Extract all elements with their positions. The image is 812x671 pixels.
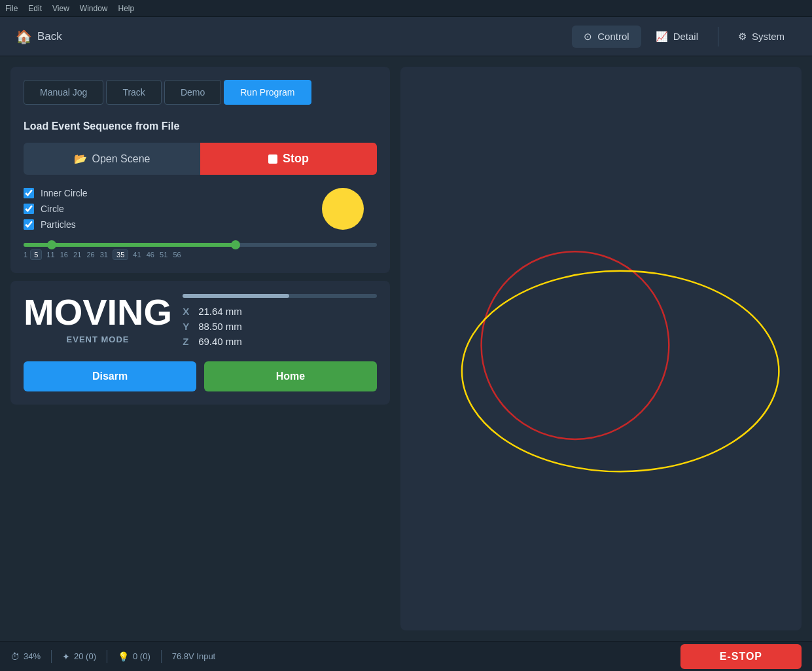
inner-circle-label: Inner Circle	[41, 188, 88, 198]
moving-label: MOVING	[24, 294, 172, 331]
status-voltage: 76.8V Input	[172, 651, 216, 661]
coord-z-row: Z 69.40 mm	[183, 336, 377, 347]
main-content: Manual Jog Track Demo Run Program Load E…	[0, 56, 812, 641]
detail-button[interactable]: 📈 Detail	[644, 26, 710, 48]
status-divider-3	[161, 650, 162, 663]
status-card: MOVING EVENT MODE X 21.64 mm Y 88.50 mm	[10, 281, 390, 405]
coord-x-value: 21.64 mm	[198, 306, 242, 317]
circle-checkbox[interactable]	[24, 204, 34, 214]
system-icon: ⚙	[738, 31, 747, 43]
status-divider-1	[51, 650, 52, 663]
circle-label: Circle	[41, 204, 64, 214]
system-label: System	[752, 31, 785, 42]
event-mode-label: EVENT MODE	[24, 335, 172, 344]
topnav: 🏠 Back ⊙ Control 📈 Detail ⚙ System	[0, 17, 812, 56]
network-value: 20 (0)	[74, 651, 96, 661]
status-cpu: ⏱ 34%	[10, 651, 41, 662]
open-scene-label: Open Scene	[92, 153, 150, 165]
system-button[interactable]: ⚙ System	[726, 26, 796, 48]
voltage-value: 76.8V Input	[172, 651, 216, 661]
menu-window[interactable]: Window	[80, 4, 108, 13]
detail-icon: 📈	[656, 31, 668, 43]
estop-button[interactable]: E-STOP	[680, 644, 802, 669]
detail-label: Detail	[673, 31, 698, 42]
status-row: MOVING EVENT MODE X 21.64 mm Y 88.50 mm	[24, 294, 377, 351]
action-row: 📂 Open Scene Stop	[24, 143, 377, 175]
control-button[interactable]: ⊙ Control	[572, 26, 641, 48]
viz-svg	[400, 67, 802, 630]
control-card: Manual Jog Track Demo Run Program Load E…	[10, 67, 390, 273]
menu-help[interactable]: Help	[118, 4, 135, 13]
back-label: Back	[37, 30, 62, 43]
red-ellipse	[482, 251, 669, 439]
disarm-button[interactable]: Disarm	[24, 361, 196, 391]
nav-divider	[718, 27, 718, 46]
gold-ellipse	[462, 271, 779, 472]
open-scene-button[interactable]: 📂 Open Scene	[24, 143, 200, 175]
stop-label: Stop	[283, 152, 309, 166]
checkboxes-container: Inner Circle Circle Particles	[24, 188, 377, 230]
coords-panel: X 21.64 mm Y 88.50 mm Z 69.40 mm	[183, 294, 377, 351]
low-value-badge: 5	[30, 249, 42, 260]
control-label: Control	[597, 31, 629, 42]
bulb-value: 0 (0)	[133, 651, 150, 661]
range-track	[24, 243, 377, 247]
tab-manual-jog[interactable]: Manual Jog	[24, 80, 103, 105]
stop-square-icon	[268, 154, 277, 164]
tab-demo[interactable]: Demo	[164, 80, 221, 105]
left-panel: Manual Jog Track Demo Run Program Load E…	[10, 67, 390, 630]
cpu-icon: ⏱	[10, 651, 20, 662]
topnav-right: ⊙ Control 📈 Detail ⚙ System	[572, 26, 796, 48]
tab-run-program[interactable]: Run Program	[224, 80, 311, 105]
home-icon: 🏠	[16, 29, 32, 45]
coord-x-label: X	[183, 306, 198, 317]
coord-y-row: Y 88.50 mm	[183, 321, 377, 332]
range-labels: 1 5 11 16 21 26 31 35 41 46 51 56	[24, 249, 377, 260]
status-network: ✦ 20 (0)	[62, 651, 96, 662]
particles-checkbox[interactable]	[24, 219, 34, 230]
home-button[interactable]: Home	[204, 361, 377, 391]
load-section-title: Load Event Sequence from File	[24, 120, 377, 132]
high-value-badge: 35	[113, 249, 128, 260]
back-button[interactable]: 🏠 Back	[16, 29, 62, 45]
statusbar: ⏱ 34% ✦ 20 (0) 💡 0 (0) 76.8V Input E-STO…	[0, 641, 812, 671]
stop-button[interactable]: Stop	[200, 143, 377, 175]
range-thumb-right[interactable]	[231, 240, 240, 249]
tab-bar: Manual Jog Track Demo Run Program	[24, 80, 377, 105]
visualization-panel	[400, 67, 802, 630]
checkbox-particles: Particles	[24, 219, 377, 230]
menu-file[interactable]: File	[5, 4, 18, 13]
particles-label: Particles	[41, 219, 76, 230]
slider-container: 1 5 11 16 21 26 31 35 41 46 51 56	[24, 243, 377, 260]
progress-bar-container	[183, 294, 377, 298]
cpu-value: 34%	[24, 651, 41, 661]
tab-track[interactable]: Track	[106, 80, 161, 105]
progress-bar-fill	[183, 294, 289, 298]
control-icon: ⊙	[584, 31, 592, 43]
network-icon: ✦	[62, 651, 70, 662]
coord-z-label: Z	[183, 336, 198, 347]
yellow-circle-indicator	[322, 188, 364, 230]
status-bulb: 💡 0 (0)	[118, 651, 150, 662]
status-divider-2	[107, 650, 107, 663]
coord-y-label: Y	[183, 321, 198, 332]
menu-view[interactable]: View	[52, 4, 69, 13]
moving-status: MOVING EVENT MODE	[24, 294, 172, 344]
action-buttons-row: Disarm Home	[24, 361, 377, 391]
menu-edit[interactable]: Edit	[28, 4, 42, 13]
bulb-icon: 💡	[118, 651, 129, 662]
coord-x-row: X 21.64 mm	[183, 306, 377, 317]
inner-circle-checkbox[interactable]	[24, 188, 34, 198]
open-scene-icon: 📂	[74, 153, 87, 165]
checkbox-inner-circle: Inner Circle	[24, 188, 377, 198]
range-thumb-left[interactable]	[47, 240, 56, 249]
coord-y-value: 88.50 mm	[198, 321, 242, 332]
coord-z-value: 69.40 mm	[198, 336, 242, 347]
menubar: File Edit View Window Help	[0, 0, 812, 17]
